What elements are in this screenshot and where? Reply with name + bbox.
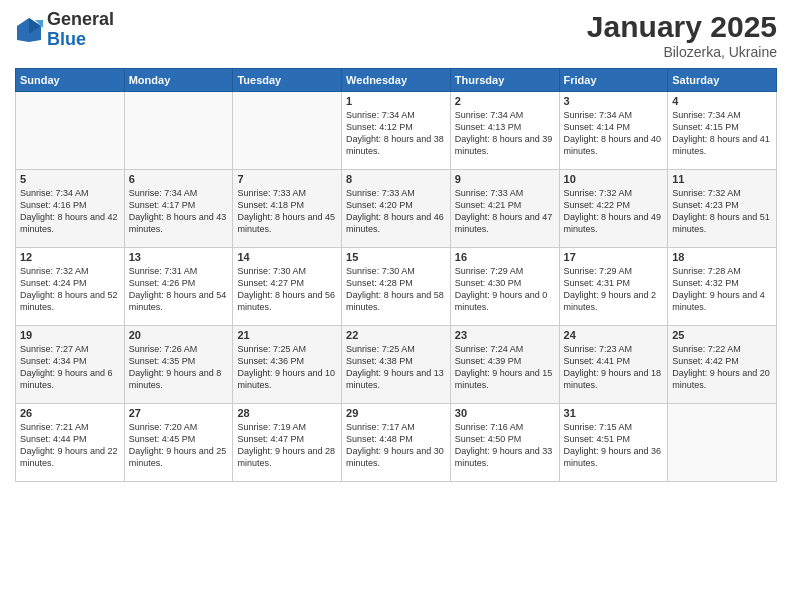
calendar-cell: 12Sunrise: 7:32 AM Sunset: 4:24 PM Dayli…	[16, 248, 125, 326]
day-info: Sunrise: 7:24 AM Sunset: 4:39 PM Dayligh…	[455, 343, 555, 392]
logo: General Blue	[15, 10, 114, 50]
calendar-cell: 30Sunrise: 7:16 AM Sunset: 4:50 PM Dayli…	[450, 404, 559, 482]
calendar-cell: 1Sunrise: 7:34 AM Sunset: 4:12 PM Daylig…	[342, 92, 451, 170]
calendar-cell: 9Sunrise: 7:33 AM Sunset: 4:21 PM Daylig…	[450, 170, 559, 248]
day-number: 17	[564, 251, 664, 263]
day-number: 30	[455, 407, 555, 419]
calendar-cell: 7Sunrise: 7:33 AM Sunset: 4:18 PM Daylig…	[233, 170, 342, 248]
calendar-cell: 13Sunrise: 7:31 AM Sunset: 4:26 PM Dayli…	[124, 248, 233, 326]
day-info: Sunrise: 7:32 AM Sunset: 4:22 PM Dayligh…	[564, 187, 664, 236]
day-info: Sunrise: 7:16 AM Sunset: 4:50 PM Dayligh…	[455, 421, 555, 470]
header-day-monday: Monday	[124, 69, 233, 92]
day-number: 27	[129, 407, 229, 419]
day-info: Sunrise: 7:29 AM Sunset: 4:31 PM Dayligh…	[564, 265, 664, 314]
day-number: 15	[346, 251, 446, 263]
calendar-cell	[668, 404, 777, 482]
day-number: 12	[20, 251, 120, 263]
location-subtitle: Bilozerka, Ukraine	[587, 44, 777, 60]
day-info: Sunrise: 7:33 AM Sunset: 4:21 PM Dayligh…	[455, 187, 555, 236]
day-number: 29	[346, 407, 446, 419]
day-info: Sunrise: 7:34 AM Sunset: 4:12 PM Dayligh…	[346, 109, 446, 158]
day-number: 14	[237, 251, 337, 263]
day-info: Sunrise: 7:34 AM Sunset: 4:14 PM Dayligh…	[564, 109, 664, 158]
day-number: 22	[346, 329, 446, 341]
header-day-friday: Friday	[559, 69, 668, 92]
day-info: Sunrise: 7:31 AM Sunset: 4:26 PM Dayligh…	[129, 265, 229, 314]
day-info: Sunrise: 7:28 AM Sunset: 4:32 PM Dayligh…	[672, 265, 772, 314]
day-number: 4	[672, 95, 772, 107]
day-number: 7	[237, 173, 337, 185]
day-info: Sunrise: 7:15 AM Sunset: 4:51 PM Dayligh…	[564, 421, 664, 470]
day-number: 10	[564, 173, 664, 185]
calendar-cell: 3Sunrise: 7:34 AM Sunset: 4:14 PM Daylig…	[559, 92, 668, 170]
calendar-cell	[124, 92, 233, 170]
calendar: SundayMondayTuesdayWednesdayThursdayFrid…	[15, 68, 777, 482]
day-info: Sunrise: 7:34 AM Sunset: 4:16 PM Dayligh…	[20, 187, 120, 236]
calendar-cell: 31Sunrise: 7:15 AM Sunset: 4:51 PM Dayli…	[559, 404, 668, 482]
header-day-tuesday: Tuesday	[233, 69, 342, 92]
week-row-2: 12Sunrise: 7:32 AM Sunset: 4:24 PM Dayli…	[16, 248, 777, 326]
day-info: Sunrise: 7:32 AM Sunset: 4:24 PM Dayligh…	[20, 265, 120, 314]
day-info: Sunrise: 7:25 AM Sunset: 4:38 PM Dayligh…	[346, 343, 446, 392]
day-number: 28	[237, 407, 337, 419]
day-info: Sunrise: 7:27 AM Sunset: 4:34 PM Dayligh…	[20, 343, 120, 392]
calendar-cell: 5Sunrise: 7:34 AM Sunset: 4:16 PM Daylig…	[16, 170, 125, 248]
calendar-cell: 4Sunrise: 7:34 AM Sunset: 4:15 PM Daylig…	[668, 92, 777, 170]
day-info: Sunrise: 7:34 AM Sunset: 4:17 PM Dayligh…	[129, 187, 229, 236]
day-info: Sunrise: 7:32 AM Sunset: 4:23 PM Dayligh…	[672, 187, 772, 236]
day-number: 31	[564, 407, 664, 419]
calendar-cell: 10Sunrise: 7:32 AM Sunset: 4:22 PM Dayli…	[559, 170, 668, 248]
calendar-header: SundayMondayTuesdayWednesdayThursdayFrid…	[16, 69, 777, 92]
calendar-cell: 19Sunrise: 7:27 AM Sunset: 4:34 PM Dayli…	[16, 326, 125, 404]
day-number: 11	[672, 173, 772, 185]
month-title: January 2025	[587, 10, 777, 44]
calendar-body: 1Sunrise: 7:34 AM Sunset: 4:12 PM Daylig…	[16, 92, 777, 482]
day-number: 13	[129, 251, 229, 263]
calendar-cell	[16, 92, 125, 170]
calendar-cell: 23Sunrise: 7:24 AM Sunset: 4:39 PM Dayli…	[450, 326, 559, 404]
calendar-cell: 6Sunrise: 7:34 AM Sunset: 4:17 PM Daylig…	[124, 170, 233, 248]
calendar-cell: 2Sunrise: 7:34 AM Sunset: 4:13 PM Daylig…	[450, 92, 559, 170]
logo-general: General	[47, 10, 114, 30]
day-number: 8	[346, 173, 446, 185]
day-number: 20	[129, 329, 229, 341]
header-row: SundayMondayTuesdayWednesdayThursdayFrid…	[16, 69, 777, 92]
day-info: Sunrise: 7:33 AM Sunset: 4:20 PM Dayligh…	[346, 187, 446, 236]
day-info: Sunrise: 7:22 AM Sunset: 4:42 PM Dayligh…	[672, 343, 772, 392]
day-number: 23	[455, 329, 555, 341]
header-day-thursday: Thursday	[450, 69, 559, 92]
day-number: 19	[20, 329, 120, 341]
calendar-cell: 8Sunrise: 7:33 AM Sunset: 4:20 PM Daylig…	[342, 170, 451, 248]
calendar-cell: 24Sunrise: 7:23 AM Sunset: 4:41 PM Dayli…	[559, 326, 668, 404]
calendar-cell: 21Sunrise: 7:25 AM Sunset: 4:36 PM Dayli…	[233, 326, 342, 404]
calendar-cell: 11Sunrise: 7:32 AM Sunset: 4:23 PM Dayli…	[668, 170, 777, 248]
day-number: 18	[672, 251, 772, 263]
day-info: Sunrise: 7:33 AM Sunset: 4:18 PM Dayligh…	[237, 187, 337, 236]
day-info: Sunrise: 7:26 AM Sunset: 4:35 PM Dayligh…	[129, 343, 229, 392]
calendar-cell: 27Sunrise: 7:20 AM Sunset: 4:45 PM Dayli…	[124, 404, 233, 482]
day-info: Sunrise: 7:20 AM Sunset: 4:45 PM Dayligh…	[129, 421, 229, 470]
header-day-sunday: Sunday	[16, 69, 125, 92]
header-day-wednesday: Wednesday	[342, 69, 451, 92]
week-row-4: 26Sunrise: 7:21 AM Sunset: 4:44 PM Dayli…	[16, 404, 777, 482]
calendar-cell: 26Sunrise: 7:21 AM Sunset: 4:44 PM Dayli…	[16, 404, 125, 482]
week-row-0: 1Sunrise: 7:34 AM Sunset: 4:12 PM Daylig…	[16, 92, 777, 170]
day-number: 5	[20, 173, 120, 185]
calendar-cell: 14Sunrise: 7:30 AM Sunset: 4:27 PM Dayli…	[233, 248, 342, 326]
header: General Blue January 2025 Bilozerka, Ukr…	[15, 10, 777, 60]
day-number: 26	[20, 407, 120, 419]
calendar-cell: 28Sunrise: 7:19 AM Sunset: 4:47 PM Dayli…	[233, 404, 342, 482]
header-day-saturday: Saturday	[668, 69, 777, 92]
page: General Blue January 2025 Bilozerka, Ukr…	[0, 0, 792, 612]
logo-blue: Blue	[47, 30, 114, 50]
day-info: Sunrise: 7:21 AM Sunset: 4:44 PM Dayligh…	[20, 421, 120, 470]
week-row-3: 19Sunrise: 7:27 AM Sunset: 4:34 PM Dayli…	[16, 326, 777, 404]
logo-text: General Blue	[47, 10, 114, 50]
day-info: Sunrise: 7:23 AM Sunset: 4:41 PM Dayligh…	[564, 343, 664, 392]
day-info: Sunrise: 7:25 AM Sunset: 4:36 PM Dayligh…	[237, 343, 337, 392]
day-number: 24	[564, 329, 664, 341]
day-number: 1	[346, 95, 446, 107]
day-info: Sunrise: 7:34 AM Sunset: 4:15 PM Dayligh…	[672, 109, 772, 158]
week-row-1: 5Sunrise: 7:34 AM Sunset: 4:16 PM Daylig…	[16, 170, 777, 248]
calendar-cell: 18Sunrise: 7:28 AM Sunset: 4:32 PM Dayli…	[668, 248, 777, 326]
